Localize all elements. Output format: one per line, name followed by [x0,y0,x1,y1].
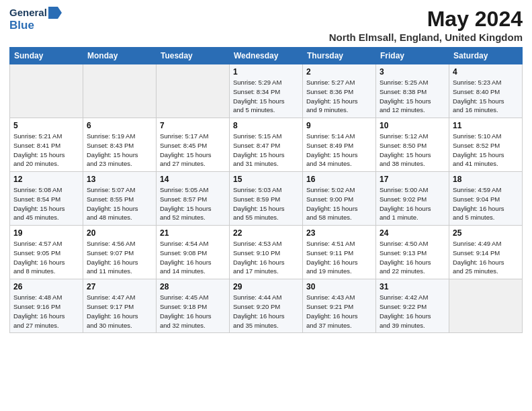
day-number: 3 [380,67,445,77]
day-cell: 22Sunrise: 4:53 AM Sunset: 9:10 PM Dayli… [230,226,303,279]
col-monday: Monday [83,48,157,64]
day-info: Sunrise: 4:53 AM Sunset: 9:10 PM Dayligh… [233,239,299,276]
day-number: 29 [233,282,299,291]
calendar-page: General Blue May 2024 North Elmsall, Eng… [0,0,532,340]
day-cell: 7Sunrise: 5:17 AM Sunset: 8:45 PM Daylig… [157,118,230,172]
day-cell [157,64,230,118]
title-block: May 2024 North Elmsall, England, United … [329,7,523,43]
day-number: 1 [233,67,299,77]
day-info: Sunrise: 4:54 AM Sunset: 9:08 PM Dayligh… [160,239,226,276]
week-row-2: 5Sunrise: 5:21 AM Sunset: 8:41 PM Daylig… [10,118,523,172]
day-cell: 18Sunrise: 4:59 AM Sunset: 9:04 PM Dayli… [449,172,523,226]
day-info: Sunrise: 5:25 AM Sunset: 8:38 PM Dayligh… [380,78,445,115]
day-cell: 17Sunrise: 5:00 AM Sunset: 9:02 PM Dayli… [376,172,449,226]
day-info: Sunrise: 5:02 AM Sunset: 9:00 PM Dayligh… [306,185,372,222]
day-info: Sunrise: 5:15 AM Sunset: 8:47 PM Dayligh… [233,132,299,169]
col-sunday: Sunday [10,48,83,64]
day-number: 7 [160,121,226,130]
day-cell [449,279,523,333]
day-cell: 13Sunrise: 5:07 AM Sunset: 8:55 PM Dayli… [83,172,157,226]
day-info: Sunrise: 5:05 AM Sunset: 8:57 PM Dayligh… [160,185,226,222]
day-cell: 5Sunrise: 5:21 AM Sunset: 8:41 PM Daylig… [10,118,83,172]
day-number: 21 [160,228,226,238]
day-cell: 8Sunrise: 5:15 AM Sunset: 8:47 PM Daylig… [230,118,303,172]
day-number: 15 [233,175,299,184]
day-info: Sunrise: 4:43 AM Sunset: 9:21 PM Dayligh… [306,293,372,330]
day-info: Sunrise: 4:47 AM Sunset: 9:17 PM Dayligh… [87,293,152,330]
day-cell: 30Sunrise: 4:43 AM Sunset: 9:21 PM Dayli… [303,279,376,333]
day-number: 24 [380,228,445,238]
day-number: 16 [306,175,372,184]
day-cell: 14Sunrise: 5:05 AM Sunset: 8:57 PM Dayli… [157,172,230,226]
day-cell: 15Sunrise: 5:03 AM Sunset: 8:59 PM Dayli… [230,172,303,226]
logo-blue: Blue [9,19,34,32]
day-cell: 12Sunrise: 5:08 AM Sunset: 8:54 PM Dayli… [10,172,83,226]
day-cell [10,64,83,118]
logo-icon [48,7,62,19]
day-cell: 20Sunrise: 4:56 AM Sunset: 9:07 PM Dayli… [83,226,157,279]
day-info: Sunrise: 5:08 AM Sunset: 8:54 PM Dayligh… [13,185,79,222]
day-number: 18 [453,175,519,184]
logo-general: General [9,7,47,19]
day-cell: 21Sunrise: 4:54 AM Sunset: 9:08 PM Dayli… [157,226,230,279]
day-info: Sunrise: 5:12 AM Sunset: 8:50 PM Dayligh… [380,132,445,169]
col-friday: Friday [376,48,449,64]
day-number: 2 [306,67,372,77]
day-info: Sunrise: 5:21 AM Sunset: 8:41 PM Dayligh… [13,132,79,169]
day-info: Sunrise: 5:17 AM Sunset: 8:45 PM Dayligh… [160,132,226,169]
day-info: Sunrise: 5:14 AM Sunset: 8:49 PM Dayligh… [306,132,372,169]
day-number: 10 [380,121,445,130]
day-number: 20 [87,228,152,238]
day-number: 6 [87,121,152,130]
day-number: 30 [306,282,372,291]
day-info: Sunrise: 5:10 AM Sunset: 8:52 PM Dayligh… [453,132,519,169]
day-info: Sunrise: 5:27 AM Sunset: 8:36 PM Dayligh… [306,78,372,115]
day-cell: 16Sunrise: 5:02 AM Sunset: 9:00 PM Dayli… [303,172,376,226]
day-info: Sunrise: 4:45 AM Sunset: 9:18 PM Dayligh… [160,293,226,330]
day-cell [83,64,157,118]
day-number: 31 [380,282,445,291]
col-wednesday: Wednesday [230,48,303,64]
day-cell: 24Sunrise: 4:50 AM Sunset: 9:13 PM Dayli… [376,226,449,279]
day-number: 25 [453,228,519,238]
day-info: Sunrise: 5:19 AM Sunset: 8:43 PM Dayligh… [87,132,152,169]
title-month: May 2024 [329,7,523,32]
day-cell: 29Sunrise: 4:44 AM Sunset: 9:20 PM Dayli… [230,279,303,333]
col-saturday: Saturday [449,48,523,64]
day-number: 9 [306,121,372,130]
day-info: Sunrise: 5:03 AM Sunset: 8:59 PM Dayligh… [233,185,299,222]
day-info: Sunrise: 5:00 AM Sunset: 9:02 PM Dayligh… [380,185,445,222]
day-cell: 2Sunrise: 5:27 AM Sunset: 8:36 PM Daylig… [303,64,376,118]
day-info: Sunrise: 4:49 AM Sunset: 9:14 PM Dayligh… [453,239,519,276]
header-row: Sunday Monday Tuesday Wednesday Thursday… [10,48,523,64]
day-cell: 19Sunrise: 4:57 AM Sunset: 9:05 PM Dayli… [10,226,83,279]
day-number: 13 [87,175,152,184]
day-number: 4 [453,67,519,77]
week-row-3: 12Sunrise: 5:08 AM Sunset: 8:54 PM Dayli… [10,172,523,226]
day-cell: 28Sunrise: 4:45 AM Sunset: 9:18 PM Dayli… [157,279,230,333]
day-number: 23 [306,228,372,238]
day-info: Sunrise: 5:23 AM Sunset: 8:40 PM Dayligh… [453,78,519,115]
day-info: Sunrise: 5:29 AM Sunset: 8:34 PM Dayligh… [233,78,299,115]
day-number: 17 [380,175,445,184]
col-thursday: Thursday [303,48,376,64]
day-cell: 11Sunrise: 5:10 AM Sunset: 8:52 PM Dayli… [449,118,523,172]
day-number: 12 [13,175,79,184]
day-cell: 1Sunrise: 5:29 AM Sunset: 8:34 PM Daylig… [230,64,303,118]
day-number: 27 [87,282,152,291]
day-info: Sunrise: 4:57 AM Sunset: 9:05 PM Dayligh… [13,239,79,276]
week-row-4: 19Sunrise: 4:57 AM Sunset: 9:05 PM Dayli… [10,226,523,279]
day-number: 19 [13,228,79,238]
week-row-1: 1Sunrise: 5:29 AM Sunset: 8:34 PM Daylig… [10,64,523,118]
day-cell: 9Sunrise: 5:14 AM Sunset: 8:49 PM Daylig… [303,118,376,172]
day-info: Sunrise: 5:07 AM Sunset: 8:55 PM Dayligh… [87,185,152,222]
day-number: 22 [233,228,299,238]
svg-marker-0 [48,7,62,19]
header: General Blue May 2024 North Elmsall, Eng… [9,7,523,43]
day-cell: 4Sunrise: 5:23 AM Sunset: 8:40 PM Daylig… [449,64,523,118]
day-number: 11 [453,121,519,130]
day-info: Sunrise: 4:44 AM Sunset: 9:20 PM Dayligh… [233,293,299,330]
day-info: Sunrise: 4:48 AM Sunset: 9:16 PM Dayligh… [13,293,79,330]
day-cell: 10Sunrise: 5:12 AM Sunset: 8:50 PM Dayli… [376,118,449,172]
day-number: 28 [160,282,226,291]
